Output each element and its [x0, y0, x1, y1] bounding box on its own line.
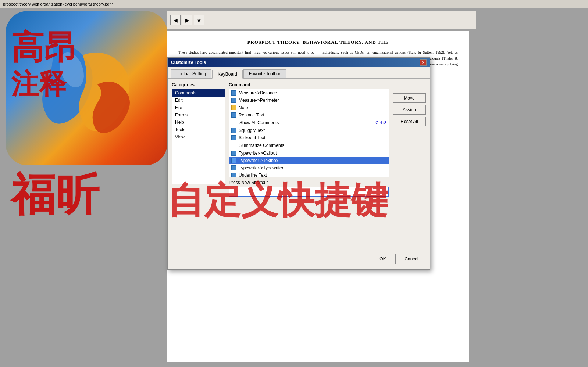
cancel-button[interactable]: Cancel [399, 254, 424, 264]
cmd-icon-strikeout-text [231, 135, 236, 140]
dialog-body: Categories: Comments Edit File Forms [168, 79, 430, 261]
dialog-tabs: Toolbar Setting KeyBoard Favorite Toolba… [168, 67, 430, 79]
dialog-overlay: Customize Tools × Toolbar Setting KeyBoa… [0, 0, 588, 367]
dialog-bottom-buttons: OK Cancel [370, 254, 424, 264]
cmd-icon-squiggly-text [231, 128, 236, 133]
cmd-icon-underline-text [231, 173, 236, 177]
category-file[interactable]: File [172, 104, 225, 111]
cmd-icon-measure-distance [231, 90, 236, 96]
category-tools[interactable]: Tools [172, 126, 225, 133]
cmd-icon-typewriter-callout [231, 151, 236, 156]
cmd-icon-measure-perimeter [231, 98, 236, 103]
cmd-typewriter-textbox[interactable]: Typewriter->Textbox [229, 157, 389, 164]
category-help[interactable]: Help [172, 119, 225, 126]
reset-all-button[interactable]: Reset All [393, 117, 426, 126]
move-button[interactable]: Move [393, 93, 426, 103]
categories-list[interactable]: Comments Edit File Forms Help [172, 89, 225, 184]
categories-panel: Categories: Comments Edit File Forms [172, 82, 225, 257]
cmd-strikeout-text[interactable]: Strikeout Text [229, 134, 389, 141]
cmd-shortcut-show-all-comments: Ctrl+8 [375, 120, 386, 125]
assign-button[interactable]: Assign [393, 105, 426, 115]
shortcut-input[interactable] [229, 187, 389, 197]
cmd-typewriter-callout[interactable]: Typewriter->Callout [229, 150, 389, 157]
cmd-squiggly-text[interactable]: Squiggly Text [229, 127, 389, 134]
tab-toolbar-setting[interactable]: Toolbar Setting [171, 69, 211, 78]
command-label: Command: [229, 82, 389, 87]
cmd-replace-text[interactable]: Replace Text [229, 111, 389, 119]
commands-panel: Command: Measure->Distance Measure->Peri… [229, 82, 389, 257]
cmd-icon-note [231, 105, 236, 110]
category-view[interactable]: View [172, 133, 225, 141]
cmd-underline-text[interactable]: Underline Text [229, 172, 389, 177]
tab-keyboard[interactable]: KeyBoard [212, 70, 243, 79]
close-icon: × [422, 60, 424, 65]
category-edit[interactable]: Edit [172, 97, 225, 104]
cmd-typewriter-typewriter[interactable]: Typewriter->Typewriter [229, 164, 389, 172]
shortcut-section: Press New Shortcut [229, 180, 389, 197]
customize-tools-dialog: Customize Tools × Toolbar Setting KeyBoa… [167, 57, 430, 270]
cmd-icon-summarize-comments [231, 143, 237, 148]
category-forms[interactable]: Forms [172, 111, 225, 119]
action-buttons-panel: Move Assign Reset All [393, 93, 426, 257]
dialog-titlebar: Customize Tools × [168, 58, 430, 67]
tab-favorite-toolbar[interactable]: Favorite Toolbar [243, 69, 286, 78]
cmd-summarize-comments[interactable]: Summarize Comments [229, 141, 389, 150]
shortcut-section-label: Press New Shortcut [229, 180, 389, 185]
cmd-show-all-comments[interactable]: Show All Comments Ctrl+8 [229, 119, 389, 127]
categories-label: Categories: [172, 82, 225, 87]
ok-button[interactable]: OK [370, 254, 396, 264]
cmd-icon-replace-text [231, 112, 236, 118]
cmd-icon-show-all-comments [231, 120, 237, 126]
cmd-note[interactable]: Note [229, 104, 389, 111]
dialog-close-button[interactable]: × [420, 59, 427, 66]
shortcut-input-row [229, 187, 389, 197]
dialog-title: Customize Tools [171, 60, 206, 65]
commands-list[interactable]: Measure->Distance Measure->Perimeter Not… [229, 89, 389, 177]
cmd-icon-typewriter-typewriter [231, 165, 236, 170]
cmd-icon-typewriter-textbox [231, 158, 236, 163]
cmd-measure-distance[interactable]: Measure->Distance [229, 89, 389, 97]
category-comments[interactable]: Comments [172, 89, 225, 97]
cmd-measure-perimeter[interactable]: Measure->Perimeter [229, 97, 389, 104]
